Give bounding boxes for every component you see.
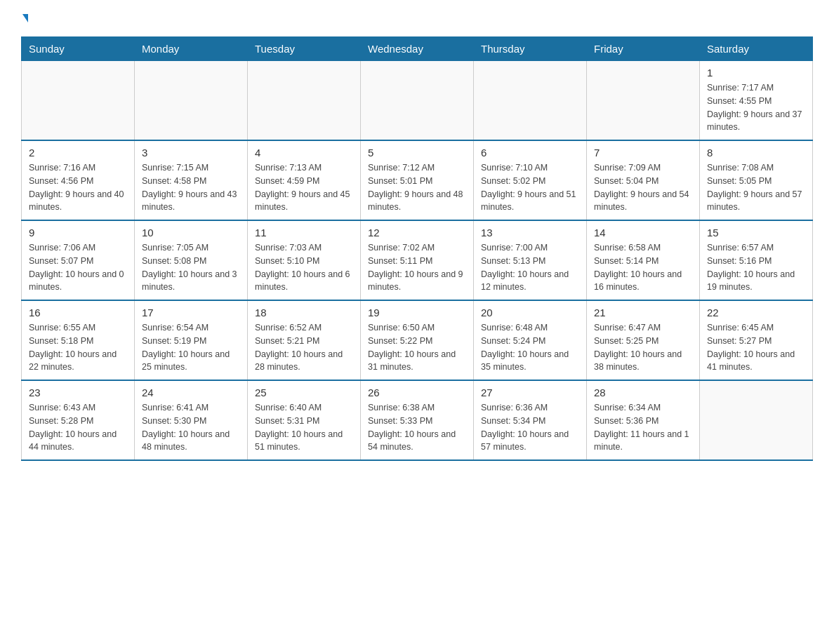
day-number: 12	[368, 227, 466, 239]
day-info: Sunrise: 7:06 AM Sunset: 5:07 PM Dayligh…	[29, 241, 127, 294]
calendar-body: 1Sunrise: 7:17 AM Sunset: 4:55 PM Daylig…	[22, 61, 813, 461]
calendar-cell	[700, 380, 813, 460]
calendar-cell: 7Sunrise: 7:09 AM Sunset: 5:04 PM Daylig…	[587, 140, 700, 220]
day-number: 26	[368, 387, 466, 398]
calendar-cell: 1Sunrise: 7:17 AM Sunset: 4:55 PM Daylig…	[700, 61, 813, 141]
calendar-cell: 5Sunrise: 7:12 AM Sunset: 5:01 PM Daylig…	[361, 140, 474, 220]
day-number: 4	[255, 147, 353, 159]
day-number: 16	[29, 307, 127, 318]
calendar-cell	[587, 61, 700, 141]
calendar-day-header: Sunday	[22, 37, 135, 61]
day-number: 25	[255, 387, 353, 398]
day-info: Sunrise: 6:58 AM Sunset: 5:14 PM Dayligh…	[594, 241, 692, 294]
day-number: 23	[29, 387, 127, 398]
calendar-week-row: 9Sunrise: 7:06 AM Sunset: 5:07 PM Daylig…	[22, 220, 813, 300]
day-info: Sunrise: 7:05 AM Sunset: 5:08 PM Dayligh…	[142, 241, 240, 294]
calendar-cell: 20Sunrise: 6:48 AM Sunset: 5:24 PM Dayli…	[474, 300, 587, 380]
day-number: 27	[481, 387, 579, 398]
day-info: Sunrise: 7:16 AM Sunset: 4:56 PM Dayligh…	[29, 161, 127, 214]
day-info: Sunrise: 7:08 AM Sunset: 5:05 PM Dayligh…	[707, 161, 805, 214]
day-info: Sunrise: 7:10 AM Sunset: 5:02 PM Dayligh…	[481, 161, 579, 214]
day-number: 11	[255, 227, 353, 239]
calendar-cell: 3Sunrise: 7:15 AM Sunset: 4:58 PM Daylig…	[135, 140, 248, 220]
calendar-day-header: Wednesday	[361, 37, 474, 61]
day-number: 24	[142, 387, 240, 398]
day-number: 17	[142, 307, 240, 318]
calendar-cell: 27Sunrise: 6:36 AM Sunset: 5:34 PM Dayli…	[474, 380, 587, 460]
day-info: Sunrise: 6:38 AM Sunset: 5:33 PM Dayligh…	[368, 401, 466, 454]
calendar-header: SundayMondayTuesdayWednesdayThursdayFrid…	[22, 37, 813, 61]
day-info: Sunrise: 6:36 AM Sunset: 5:34 PM Dayligh…	[481, 401, 579, 454]
day-info: Sunrise: 6:34 AM Sunset: 5:36 PM Dayligh…	[594, 401, 692, 454]
calendar-cell	[248, 61, 361, 141]
calendar-cell	[22, 61, 135, 141]
calendar-cell: 15Sunrise: 6:57 AM Sunset: 5:16 PM Dayli…	[700, 220, 813, 300]
day-info: Sunrise: 7:09 AM Sunset: 5:04 PM Dayligh…	[594, 161, 692, 214]
day-number: 21	[594, 307, 692, 318]
calendar-cell: 18Sunrise: 6:52 AM Sunset: 5:21 PM Dayli…	[248, 300, 361, 380]
day-number: 13	[481, 227, 579, 239]
day-info: Sunrise: 7:12 AM Sunset: 5:01 PM Dayligh…	[368, 161, 466, 214]
day-info: Sunrise: 7:00 AM Sunset: 5:13 PM Dayligh…	[481, 241, 579, 294]
page-header	[21, 14, 813, 22]
day-info: Sunrise: 7:03 AM Sunset: 5:10 PM Dayligh…	[255, 241, 353, 294]
day-number: 1	[707, 67, 805, 79]
day-number: 28	[594, 387, 692, 398]
day-number: 10	[142, 227, 240, 239]
calendar-cell: 26Sunrise: 6:38 AM Sunset: 5:33 PM Dayli…	[361, 380, 474, 460]
calendar-cell: 19Sunrise: 6:50 AM Sunset: 5:22 PM Dayli…	[361, 300, 474, 380]
logo-triangle-icon	[22, 14, 28, 22]
day-info: Sunrise: 6:47 AM Sunset: 5:25 PM Dayligh…	[594, 321, 692, 374]
calendar-cell: 12Sunrise: 7:02 AM Sunset: 5:11 PM Dayli…	[361, 220, 474, 300]
day-number: 9	[29, 227, 127, 239]
calendar-cell: 2Sunrise: 7:16 AM Sunset: 4:56 PM Daylig…	[22, 140, 135, 220]
calendar-day-header: Monday	[135, 37, 248, 61]
day-info: Sunrise: 7:17 AM Sunset: 4:55 PM Dayligh…	[707, 81, 805, 134]
calendar-cell	[361, 61, 474, 141]
day-info: Sunrise: 6:54 AM Sunset: 5:19 PM Dayligh…	[142, 321, 240, 374]
day-info: Sunrise: 6:43 AM Sunset: 5:28 PM Dayligh…	[29, 401, 127, 454]
day-info: Sunrise: 6:41 AM Sunset: 5:30 PM Dayligh…	[142, 401, 240, 454]
calendar-header-row: SundayMondayTuesdayWednesdayThursdayFrid…	[22, 37, 813, 61]
day-number: 20	[481, 307, 579, 318]
day-info: Sunrise: 6:40 AM Sunset: 5:31 PM Dayligh…	[255, 401, 353, 454]
calendar-cell: 14Sunrise: 6:58 AM Sunset: 5:14 PM Dayli…	[587, 220, 700, 300]
calendar-cell: 23Sunrise: 6:43 AM Sunset: 5:28 PM Dayli…	[22, 380, 135, 460]
day-info: Sunrise: 7:13 AM Sunset: 4:59 PM Dayligh…	[255, 161, 353, 214]
calendar-cell: 13Sunrise: 7:00 AM Sunset: 5:13 PM Dayli…	[474, 220, 587, 300]
calendar-cell: 16Sunrise: 6:55 AM Sunset: 5:18 PM Dayli…	[22, 300, 135, 380]
day-info: Sunrise: 6:55 AM Sunset: 5:18 PM Dayligh…	[29, 321, 127, 374]
day-number: 7	[594, 147, 692, 159]
day-number: 22	[707, 307, 805, 318]
calendar-table: SundayMondayTuesdayWednesdayThursdayFrid…	[21, 36, 813, 461]
calendar-cell: 6Sunrise: 7:10 AM Sunset: 5:02 PM Daylig…	[474, 140, 587, 220]
calendar-cell: 11Sunrise: 7:03 AM Sunset: 5:10 PM Dayli…	[248, 220, 361, 300]
calendar-cell: 10Sunrise: 7:05 AM Sunset: 5:08 PM Dayli…	[135, 220, 248, 300]
day-number: 19	[368, 307, 466, 318]
day-number: 18	[255, 307, 353, 318]
calendar-day-header: Tuesday	[248, 37, 361, 61]
day-info: Sunrise: 6:50 AM Sunset: 5:22 PM Dayligh…	[368, 321, 466, 374]
day-info: Sunrise: 6:52 AM Sunset: 5:21 PM Dayligh…	[255, 321, 353, 374]
calendar-cell: 24Sunrise: 6:41 AM Sunset: 5:30 PM Dayli…	[135, 380, 248, 460]
day-info: Sunrise: 6:57 AM Sunset: 5:16 PM Dayligh…	[707, 241, 805, 294]
day-number: 3	[142, 147, 240, 159]
calendar-cell: 8Sunrise: 7:08 AM Sunset: 5:05 PM Daylig…	[700, 140, 813, 220]
day-info: Sunrise: 6:48 AM Sunset: 5:24 PM Dayligh…	[481, 321, 579, 374]
calendar-cell: 21Sunrise: 6:47 AM Sunset: 5:25 PM Dayli…	[587, 300, 700, 380]
day-info: Sunrise: 7:02 AM Sunset: 5:11 PM Dayligh…	[368, 241, 466, 294]
calendar-day-header: Thursday	[474, 37, 587, 61]
calendar-cell: 17Sunrise: 6:54 AM Sunset: 5:19 PM Dayli…	[135, 300, 248, 380]
calendar-cell: 22Sunrise: 6:45 AM Sunset: 5:27 PM Dayli…	[700, 300, 813, 380]
day-number: 14	[594, 227, 692, 239]
day-info: Sunrise: 6:45 AM Sunset: 5:27 PM Dayligh…	[707, 321, 805, 374]
calendar-cell: 25Sunrise: 6:40 AM Sunset: 5:31 PM Dayli…	[248, 380, 361, 460]
day-number: 6	[481, 147, 579, 159]
calendar-week-row: 1Sunrise: 7:17 AM Sunset: 4:55 PM Daylig…	[22, 61, 813, 141]
day-number: 15	[707, 227, 805, 239]
day-number: 5	[368, 147, 466, 159]
calendar-cell	[135, 61, 248, 141]
day-number: 8	[707, 147, 805, 159]
calendar-week-row: 2Sunrise: 7:16 AM Sunset: 4:56 PM Daylig…	[22, 140, 813, 220]
calendar-day-header: Saturday	[700, 37, 813, 61]
